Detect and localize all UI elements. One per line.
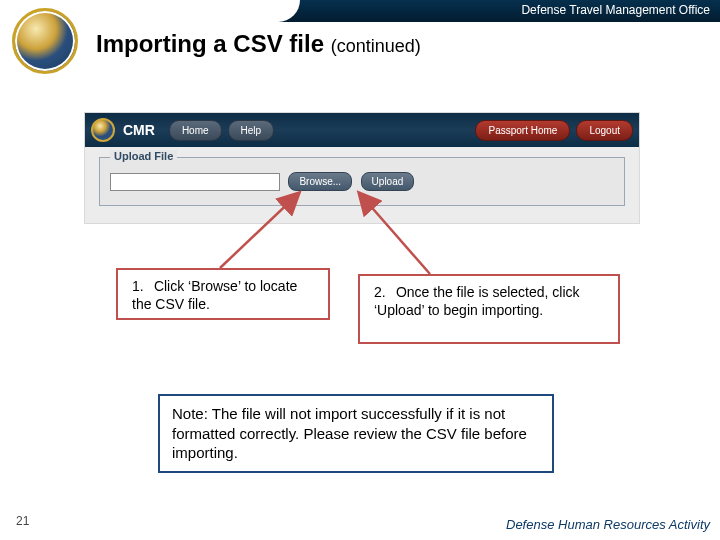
footer-org: Defense Human Resources Activity — [506, 517, 710, 532]
app-screenshot: CMR Home Help Passport Home Logout Uploa… — [84, 112, 640, 224]
step1-text: Click ‘Browse’ to locate the CSV file. — [132, 278, 297, 312]
upload-button[interactable]: Upload — [361, 172, 415, 191]
title-subtitle: (continued) — [331, 36, 421, 56]
app-name: CMR — [123, 122, 155, 138]
step2-text: Once the file is selected, click ‘Upload… — [374, 284, 580, 318]
nav-logout-button[interactable]: Logout — [576, 120, 633, 141]
app-nav-bar: CMR Home Help Passport Home Logout — [85, 113, 639, 147]
upload-file-fieldset: Upload File Browse... Upload — [99, 157, 625, 206]
page-number: 21 — [16, 514, 29, 528]
file-path-input[interactable] — [110, 173, 280, 191]
slide-title: Importing a CSV file (continued) — [96, 30, 421, 58]
app-seal-icon — [91, 118, 115, 142]
title-main: Importing a CSV file — [96, 30, 324, 57]
nav-help-button[interactable]: Help — [228, 120, 275, 141]
dod-seal-icon — [12, 8, 78, 74]
slide-top-bar: Defense Travel Management Office — [0, 0, 720, 22]
callout-step-1: 1. Click ‘Browse’ to locate the CSV file… — [116, 268, 330, 320]
nav-passport-button[interactable]: Passport Home — [475, 120, 570, 141]
org-label: Defense Travel Management Office — [521, 3, 710, 17]
nav-home-button[interactable]: Home — [169, 120, 222, 141]
browse-button[interactable]: Browse... — [288, 172, 352, 191]
step2-number: 2. — [374, 284, 392, 302]
fieldset-legend: Upload File — [110, 150, 177, 162]
step1-number: 1. — [132, 278, 150, 296]
callout-step-2: 2. Once the file is selected, click ‘Upl… — [358, 274, 620, 344]
note-box: Note: The file will not import successfu… — [158, 394, 554, 473]
